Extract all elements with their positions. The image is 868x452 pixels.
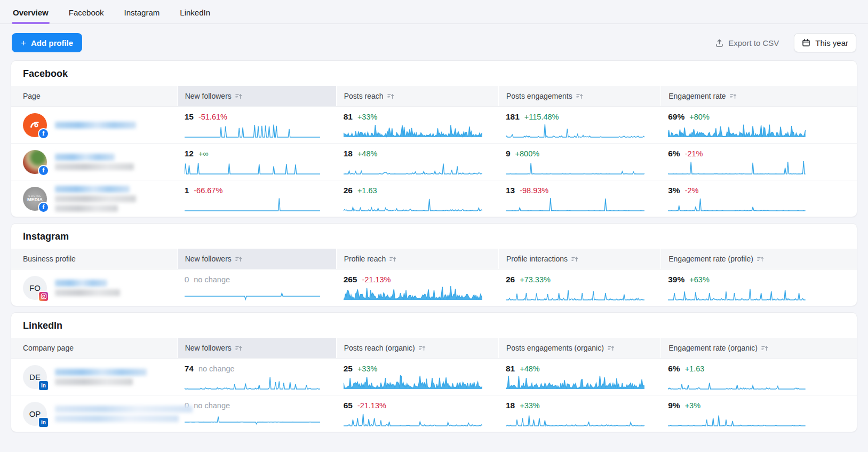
- metric-value-line: 181+115.48%: [506, 112, 660, 122]
- column-header-new-followers[interactable]: New followers: [177, 338, 336, 358]
- profile-avatar: OPin: [23, 402, 47, 426]
- column-header-posts-engagements[interactable]: Posts engagements: [498, 86, 660, 106]
- column-header-label: Posts reach (organic): [344, 344, 415, 352]
- redacted-profile-name[interactable]: [55, 278, 120, 297]
- column-header-profile-reach[interactable]: Profile reach: [336, 249, 498, 269]
- tab-overview[interactable]: Overview: [12, 8, 50, 23]
- facebook-badge-icon: f: [38, 165, 49, 176]
- redacted-name-line: [55, 122, 136, 129]
- metric-cell-posts-reach: 81+33%: [336, 107, 498, 143]
- instagram-section: InstagramBusiness profileNew followersPr…: [11, 223, 857, 306]
- metric-change: +115.48%: [524, 113, 559, 121]
- tab-facebook[interactable]: Facebook: [68, 8, 105, 23]
- metric-value: 25: [344, 364, 353, 374]
- sort-icon[interactable]: [730, 93, 737, 100]
- column-header-engagement-rate[interactable]: Engagement rate: [660, 86, 857, 106]
- metric-value: 3%: [668, 186, 680, 195]
- sort-icon[interactable]: [235, 256, 242, 263]
- column-header-label: Posts engagements (organic): [506, 344, 604, 352]
- column-header-engagement-rate-profile[interactable]: Engagement rate (profile): [660, 249, 857, 269]
- profile-avatar: f: [23, 113, 47, 137]
- metric-cell-new-followers: 74no change: [177, 359, 336, 395]
- metric-cell-posts-engagements: 13-98.93%: [498, 180, 660, 217]
- column-header-posts-engagements-organic[interactable]: Posts engagements (organic): [498, 338, 660, 358]
- metric-change: -51.61%: [198, 113, 227, 121]
- column-header-label: New followers: [185, 255, 232, 263]
- metric-value-line: 9%+3%: [668, 401, 857, 410]
- sort-icon[interactable]: [235, 93, 242, 100]
- sparkline-chart: [506, 196, 644, 212]
- metric-cell-posts-reach-organic: 65-21.13%: [336, 395, 498, 432]
- date-range-button[interactable]: This year: [794, 33, 856, 52]
- metric-value: 6%: [668, 364, 680, 374]
- sort-icon[interactable]: [608, 345, 615, 352]
- column-header-label: New followers: [185, 92, 232, 100]
- metric-value-line: 18+48%: [344, 149, 498, 158]
- column-header-profile-interactions[interactable]: Profile interactions: [498, 249, 660, 269]
- profile-avatar: FO: [23, 276, 47, 300]
- export-icon: [715, 38, 724, 47]
- table-row: SOCIALMEDIAf1-66.67%26+1.6313-98.93%3%-2…: [11, 180, 857, 217]
- profile-cell: OPin: [11, 395, 177, 432]
- column-header-page: Page: [11, 86, 177, 106]
- metric-change: +33%: [357, 113, 378, 121]
- redacted-profile-name[interactable]: [55, 120, 136, 130]
- table-header-linkedin: Company pageNew followersPosts reach (or…: [11, 338, 857, 358]
- sparkline-chart: [668, 411, 806, 427]
- sparkline-chart: [506, 374, 644, 390]
- sort-icon[interactable]: [757, 256, 764, 263]
- column-header-engagement-rate-organic[interactable]: Engagement rate (organic): [660, 338, 857, 358]
- column-header-new-followers[interactable]: New followers: [177, 249, 336, 269]
- metric-cell-posts-reach: 26+1.63: [336, 180, 498, 217]
- tab-bar: OverviewFacebookInstagramLinkedIn: [0, 0, 868, 24]
- sort-icon[interactable]: [235, 345, 242, 352]
- export-to-csv-button[interactable]: Export to CSV: [712, 38, 782, 48]
- metric-value: 39%: [668, 275, 684, 284]
- redacted-profile-name[interactable]: [55, 184, 136, 213]
- metric-cell-engagement-rate-organic: 9%+3%: [660, 395, 857, 432]
- sort-icon[interactable]: [389, 256, 396, 263]
- sparkline-chart: [506, 159, 644, 175]
- redacted-name-line: [55, 406, 193, 413]
- column-header-posts-reach-organic[interactable]: Posts reach (organic): [336, 338, 498, 358]
- tab-linkedin[interactable]: LinkedIn: [179, 8, 211, 23]
- metric-change: +48%: [520, 364, 540, 373]
- sparkline-chart: [506, 411, 644, 427]
- tab-instagram[interactable]: Instagram: [123, 8, 161, 23]
- metric-cell-posts-reach: 18+48%: [336, 144, 498, 180]
- redacted-profile-name[interactable]: [55, 404, 193, 423]
- sort-icon[interactable]: [387, 93, 394, 100]
- metric-value: 81: [344, 112, 353, 122]
- metric-cell-engagement-rate: 6%-21%: [660, 144, 857, 180]
- metric-value: 26: [506, 275, 515, 284]
- redacted-profile-name[interactable]: [55, 152, 134, 171]
- section-title-facebook: Facebook: [11, 61, 857, 86]
- redacted-name-line: [55, 415, 179, 422]
- plus-icon: +: [21, 38, 26, 47]
- sort-icon[interactable]: [761, 345, 768, 352]
- sort-icon[interactable]: [571, 256, 578, 263]
- metric-value: 69%: [668, 112, 684, 122]
- column-header-label: Profile interactions: [506, 255, 568, 263]
- column-header-company-page: Company page: [11, 338, 177, 358]
- metric-cell-profile-interactions: 26+73.33%: [498, 269, 660, 306]
- redacted-profile-name[interactable]: [55, 367, 147, 386]
- metric-value-line: 81+33%: [344, 112, 498, 122]
- metric-cell-engagement-rate-profile: 39%+63%: [660, 269, 857, 306]
- export-to-csv-label: Export to CSV: [728, 38, 779, 47]
- column-header-new-followers[interactable]: New followers: [177, 86, 336, 106]
- avatar-text-small: SOCIAL: [28, 195, 41, 197]
- add-profile-button[interactable]: + Add profile: [12, 33, 82, 52]
- sort-icon[interactable]: [576, 93, 583, 100]
- metric-value: 0: [185, 275, 189, 284]
- metric-value: 26: [344, 186, 353, 195]
- profile-cell: DEin: [11, 359, 177, 395]
- column-header-posts-reach[interactable]: Posts reach: [336, 86, 498, 106]
- metric-change: -21.13%: [362, 275, 391, 284]
- column-header-label: Page: [23, 92, 41, 100]
- column-header-label: New followers: [185, 344, 232, 352]
- sort-icon[interactable]: [419, 345, 426, 352]
- metric-cell-engagement-rate: 3%-2%: [660, 180, 857, 217]
- metric-value-line: 6%-21%: [668, 149, 857, 158]
- table-row: f12+∞18+48%9+800%6%-21%: [11, 143, 857, 180]
